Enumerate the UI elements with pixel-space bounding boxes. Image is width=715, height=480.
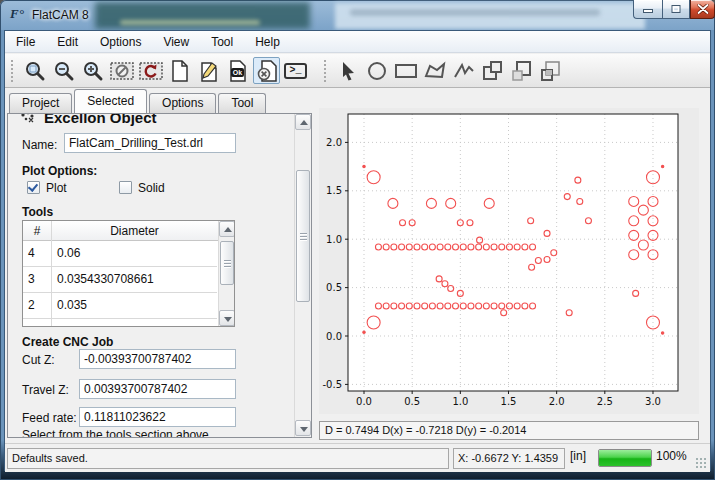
cutz-input[interactable] [79, 349, 236, 369]
svg-text:1.5: 1.5 [326, 185, 342, 196]
selected-object-panel: Excellon Object Name: Plot Options: Plot… [7, 113, 312, 438]
toolbar-grip[interactable] [11, 60, 16, 82]
shell-icon: >_ [284, 63, 306, 79]
glass-streak [350, 9, 600, 16]
feedrate-input[interactable] [79, 407, 236, 427]
delete-object-icon [256, 60, 278, 82]
col-diameter[interactable]: Diameter [52, 221, 217, 241]
open-project-icon [198, 60, 220, 82]
svg-text:0.5: 0.5 [404, 396, 420, 407]
feedrate-label: Feed rate: [22, 411, 77, 425]
plot-checkbox[interactable] [27, 181, 40, 194]
close-icon [697, 4, 708, 14]
shell-button[interactable]: >_ [282, 57, 309, 84]
maximize-button[interactable] [662, 0, 690, 19]
draw-path-button[interactable] [450, 57, 477, 84]
glass-streak [120, 20, 260, 25]
intersect-button[interactable] [537, 57, 564, 84]
svg-text:3.0: 3.0 [645, 396, 661, 407]
tab-selected[interactable]: Selected [74, 89, 147, 113]
subtract-icon [511, 60, 533, 82]
scrollbar-thumb[interactable] [296, 170, 310, 302]
ok-badge: Ok [231, 68, 244, 77]
maximize-icon [671, 4, 682, 14]
progress-percent: 100% [656, 449, 687, 463]
tab-tool[interactable]: Tool [218, 93, 266, 113]
toolbar-grip[interactable] [324, 60, 329, 82]
new-project-button[interactable] [166, 57, 193, 84]
menu-view[interactable]: View [152, 31, 200, 53]
scroll-down-button[interactable] [219, 310, 235, 326]
svg-text:1.5: 1.5 [501, 396, 517, 407]
replot-button[interactable] [137, 57, 164, 84]
table-scrollbar[interactable] [218, 221, 234, 326]
solid-checkbox[interactable] [119, 181, 132, 194]
scrollbar-thumb[interactable] [220, 241, 234, 285]
close-button[interactable] [690, 0, 715, 19]
menu-tool[interactable]: Tool [200, 31, 244, 53]
cnc-section-title: Create CNC Job [22, 335, 113, 349]
arrow-down-icon [224, 317, 232, 322]
table-row[interactable]: 4 0.06 [23, 241, 217, 267]
tool-number: 3 [23, 267, 51, 293]
menu-edit[interactable]: Edit [46, 31, 89, 53]
col-number[interactable]: # [23, 221, 51, 241]
rectangle-icon [394, 61, 418, 81]
progress-fill [599, 450, 651, 466]
scroll-up-button[interactable] [295, 114, 311, 130]
tool-number: 2 [23, 293, 51, 319]
svg-text:-0.5: -0.5 [322, 379, 342, 390]
table-header: # Diameter [23, 221, 234, 241]
minimize-button[interactable] [633, 0, 662, 19]
draw-polygon-button[interactable] [421, 57, 448, 84]
toolbar: Ok >_ [5, 54, 710, 88]
menu-help[interactable]: Help [244, 31, 291, 53]
draw-circle-button[interactable] [363, 57, 390, 84]
travelz-label: Travel Z: [22, 383, 69, 397]
polygon-icon [423, 61, 447, 81]
zoom-in-button[interactable] [79, 57, 106, 84]
circle-icon [366, 60, 388, 82]
union-button[interactable] [479, 57, 506, 84]
select-tool-button[interactable] [334, 57, 361, 84]
table-row[interactable]: 2 0.035 [23, 293, 217, 319]
menu-options[interactable]: Options [89, 31, 152, 53]
status-bar: Defaults saved. X: -0.6672 Y: 1.4359 [in… [5, 443, 710, 472]
open-project-button[interactable] [195, 57, 222, 84]
draw-rectangle-button[interactable] [392, 57, 419, 84]
clear-plot-icon [110, 61, 134, 81]
scroll-up-button[interactable] [219, 221, 235, 237]
titlebar[interactable]: F° FlatCAM 8 [0, 0, 715, 30]
window-title: FlatCAM 8 [32, 0, 89, 30]
zoom-out-button[interactable] [50, 57, 77, 84]
object-header: Excellon Object [18, 113, 157, 128]
measurement-info: D = 0.7494 D(x) = -0.7218 D(y) = -0.2014 [319, 421, 699, 440]
minimize-icon [643, 5, 654, 14]
menu-file[interactable]: File [5, 31, 46, 53]
travelz-input[interactable] [79, 379, 236, 399]
save-project-button[interactable]: Ok [224, 57, 251, 84]
tool-diameter: 0.035 [52, 293, 216, 319]
name-input[interactable] [64, 133, 236, 153]
client-area: File Edit Options View Tool Help [4, 30, 711, 471]
drill-scatter-plot: 0.00.51.01.52.02.53.0-0.50.00.51.01.52.0 [319, 108, 699, 414]
panel-scrollbar[interactable] [294, 114, 311, 437]
flatcam-window: F° FlatCAM 8 File Edit Options View Tool… [0, 0, 715, 480]
tab-project[interactable]: Project [9, 93, 72, 113]
arrow-up-icon [300, 120, 308, 125]
delete-object-button[interactable] [253, 57, 280, 84]
solid-checkbox-label: Solid [138, 181, 165, 195]
subtract-button[interactable] [508, 57, 535, 84]
tool-number: 4 [23, 241, 51, 267]
progress-bar [598, 449, 652, 467]
mouse-coordinates: X: -0.6672 Y: 1.4359 [453, 448, 565, 469]
intersect-icon [540, 60, 562, 82]
resize-grip[interactable] [695, 457, 707, 469]
clear-plot-button[interactable] [108, 57, 135, 84]
zoom-fit-button[interactable] [21, 57, 48, 84]
table-row[interactable]: 3 0.0354330708661 [23, 267, 217, 293]
plot-canvas[interactable]: 0.00.51.01.52.02.53.0-0.50.00.51.01.52.0 [319, 108, 699, 414]
scroll-down-button[interactable] [295, 420, 311, 436]
tool-diameter: 0.0354330708661 [52, 267, 216, 293]
tab-options[interactable]: Options [149, 93, 216, 113]
